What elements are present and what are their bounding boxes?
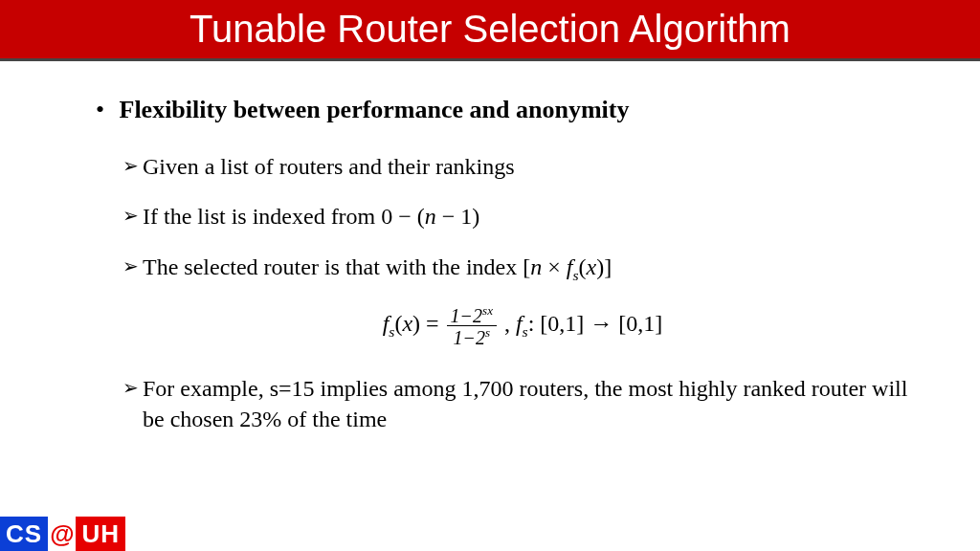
slide: Tunable Router Selection Algorithm • Fle… <box>0 0 980 551</box>
arrow-right-icon: ➢ <box>122 201 139 230</box>
formula-lhs: fs(x) = <box>383 311 445 336</box>
fraction-numerator: 1−2sx <box>447 304 497 327</box>
item-text: The selected router is that with the ind… <box>143 252 923 285</box>
item-text: If the list is indexed from 0 − (n − 1) <box>143 201 923 231</box>
sub-bullet-list: ➢ Given a list of routers and their rank… <box>122 151 923 435</box>
item-text: For example, s=15 implies among 1,700 ro… <box>143 373 923 435</box>
arrow-right-icon: ➢ <box>122 252 139 280</box>
logo-uh: UH <box>76 517 125 551</box>
math-inline: 0 − (n − 1) <box>381 204 479 229</box>
fraction-denominator: 1−2s <box>447 326 497 348</box>
formula-tail: , fs: [0,1] → [0,1] <box>504 311 662 336</box>
list-item: ➢ If the list is indexed from 0 − (n − 1… <box>122 201 923 231</box>
slide-content: • Flexibility between performance and an… <box>96 96 923 454</box>
fraction: 1−2sx 1−2s <box>447 304 497 348</box>
arrow-right-icon: ➢ <box>122 373 139 402</box>
csuh-logo: CS @ UH <box>0 517 125 551</box>
main-bullet-text: Flexibility between performance and anon… <box>120 96 630 123</box>
bullet-dot-icon: • <box>96 96 113 124</box>
main-bullet: • Flexibility between performance and an… <box>96 96 923 124</box>
item-prefix: The selected router is that with the ind… <box>143 254 523 279</box>
formula: fs(x) = 1−2sx 1−2s , fs: [0,1] → [0,1] <box>122 304 923 348</box>
title-bar: Tunable Router Selection Algorithm <box>0 0 980 61</box>
slide-title: Tunable Router Selection Algorithm <box>189 8 791 51</box>
list-item: ➢ For example, s=15 implies among 1,700 … <box>122 373 923 435</box>
item-text: Given a list of routers and their rankin… <box>143 151 923 182</box>
logo-cs: CS <box>0 517 48 551</box>
list-item: ➢ The selected router is that with the i… <box>122 252 923 285</box>
logo-at: @ <box>48 517 76 551</box>
arrow-right-icon: ➢ <box>122 151 139 180</box>
list-item: ➢ Given a list of routers and their rank… <box>122 151 923 182</box>
math-inline: [n × fs(x)] <box>523 254 612 279</box>
item-prefix: If the list is indexed from <box>143 204 381 229</box>
